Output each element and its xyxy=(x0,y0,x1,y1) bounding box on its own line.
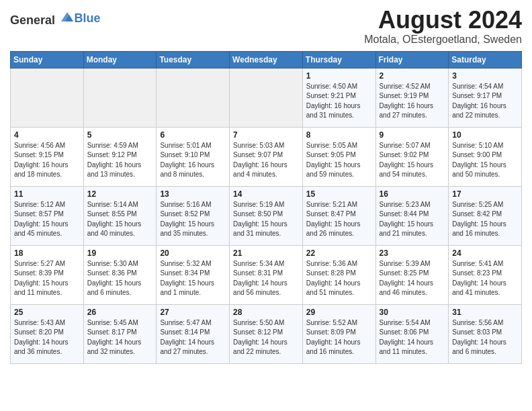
column-header-monday: Monday xyxy=(83,51,157,68)
day-info: Sunrise: 5:14 AM Sunset: 8:55 PM Dayligh… xyxy=(87,200,153,239)
day-info: Sunrise: 5:32 AM Sunset: 8:34 PM Dayligh… xyxy=(160,259,226,298)
calendar-cell: 18Sunrise: 5:27 AM Sunset: 8:39 PM Dayli… xyxy=(11,245,84,304)
calendar-week-row: 11Sunrise: 5:12 AM Sunset: 8:57 PM Dayli… xyxy=(11,186,522,245)
calendar-cell: 22Sunrise: 5:36 AM Sunset: 8:28 PM Dayli… xyxy=(302,245,375,304)
day-info: Sunrise: 5:21 AM Sunset: 8:47 PM Dayligh… xyxy=(306,200,372,239)
calendar-cell: 14Sunrise: 5:19 AM Sunset: 8:50 PM Dayli… xyxy=(230,186,303,245)
calendar-cell: 11Sunrise: 5:12 AM Sunset: 8:57 PM Dayli… xyxy=(11,186,84,245)
calendar-cell: 21Sunrise: 5:34 AM Sunset: 8:31 PM Dayli… xyxy=(230,245,303,304)
day-number: 30 xyxy=(380,308,445,317)
day-info: Sunrise: 5:36 AM Sunset: 8:28 PM Dayligh… xyxy=(306,259,372,298)
logo-text-general: General xyxy=(10,13,55,27)
day-number: 8 xyxy=(306,130,372,140)
calendar-cell xyxy=(83,68,157,127)
calendar-cell: 9Sunrise: 5:07 AM Sunset: 9:02 PM Daylig… xyxy=(375,127,449,186)
day-number: 14 xyxy=(233,189,299,199)
column-header-sunday: Sunday xyxy=(11,51,84,68)
calendar-cell: 3Sunrise: 4:54 AM Sunset: 9:17 PM Daylig… xyxy=(449,68,522,127)
calendar-cell: 6Sunrise: 5:01 AM Sunset: 9:10 PM Daylig… xyxy=(157,127,230,186)
calendar-cell: 24Sunrise: 5:41 AM Sunset: 8:23 PM Dayli… xyxy=(449,245,522,304)
day-number: 27 xyxy=(160,308,226,317)
calendar-cell: 31Sunrise: 5:56 AM Sunset: 8:03 PM Dayli… xyxy=(449,304,522,363)
column-header-saturday: Saturday xyxy=(449,51,522,68)
day-info: Sunrise: 4:52 AM Sunset: 9:19 PM Dayligh… xyxy=(380,82,445,121)
day-info: Sunrise: 5:54 AM Sunset: 8:06 PM Dayligh… xyxy=(380,318,445,357)
day-number: 17 xyxy=(452,189,518,199)
day-number: 23 xyxy=(380,248,445,258)
day-info: Sunrise: 5:27 AM Sunset: 8:39 PM Dayligh… xyxy=(14,259,80,298)
day-info: Sunrise: 5:12 AM Sunset: 8:57 PM Dayligh… xyxy=(14,200,80,239)
day-info: Sunrise: 5:34 AM Sunset: 8:31 PM Dayligh… xyxy=(233,259,299,298)
day-info: Sunrise: 5:25 AM Sunset: 8:42 PM Dayligh… xyxy=(452,200,518,239)
day-number: 21 xyxy=(233,248,299,258)
day-number: 15 xyxy=(306,189,372,199)
day-info: Sunrise: 5:30 AM Sunset: 8:36 PM Dayligh… xyxy=(87,259,153,298)
calendar-cell: 17Sunrise: 5:25 AM Sunset: 8:42 PM Dayli… xyxy=(449,186,522,245)
day-info: Sunrise: 5:47 AM Sunset: 8:14 PM Dayligh… xyxy=(160,318,226,357)
day-info: Sunrise: 5:52 AM Sunset: 8:09 PM Dayligh… xyxy=(306,318,372,357)
day-info: Sunrise: 5:19 AM Sunset: 8:50 PM Dayligh… xyxy=(233,200,299,239)
day-number: 2 xyxy=(380,71,445,81)
title-area: August 2024 Motala, OEstergoetland, Swed… xyxy=(364,7,522,46)
logo-text-blue: Blue xyxy=(75,11,101,25)
day-number: 24 xyxy=(452,248,518,258)
calendar-cell: 1Sunrise: 4:50 AM Sunset: 9:21 PM Daylig… xyxy=(302,68,375,127)
day-info: Sunrise: 5:39 AM Sunset: 8:25 PM Dayligh… xyxy=(380,259,445,298)
calendar-cell: 7Sunrise: 5:03 AM Sunset: 9:07 PM Daylig… xyxy=(230,127,303,186)
day-number: 10 xyxy=(452,130,518,140)
calendar-cell xyxy=(230,68,303,127)
day-number: 9 xyxy=(380,130,445,140)
column-header-thursday: Thursday xyxy=(302,51,375,68)
column-header-tuesday: Tuesday xyxy=(157,51,230,68)
subtitle: Motala, OEstergoetland, Sweden xyxy=(364,34,522,46)
day-info: Sunrise: 5:16 AM Sunset: 8:52 PM Dayligh… xyxy=(160,200,226,239)
logo: General Blue xyxy=(10,9,101,28)
calendar-cell: 5Sunrise: 4:59 AM Sunset: 9:12 PM Daylig… xyxy=(83,127,157,186)
main-title: August 2024 xyxy=(364,7,522,34)
day-number: 6 xyxy=(160,130,226,140)
day-number: 16 xyxy=(380,189,445,199)
day-number: 5 xyxy=(87,130,153,140)
calendar-cell: 29Sunrise: 5:52 AM Sunset: 8:09 PM Dayli… xyxy=(302,304,375,363)
calendar-cell: 10Sunrise: 5:10 AM Sunset: 9:00 PM Dayli… xyxy=(449,127,522,186)
day-number: 20 xyxy=(160,248,226,258)
day-number: 4 xyxy=(14,130,80,140)
header: General Blue August 2024 Motala, OEsterg… xyxy=(10,7,522,46)
day-info: Sunrise: 5:50 AM Sunset: 8:12 PM Dayligh… xyxy=(233,318,299,357)
calendar-header-row: SundayMondayTuesdayWednesdayThursdayFrid… xyxy=(11,51,522,68)
day-info: Sunrise: 5:07 AM Sunset: 9:02 PM Dayligh… xyxy=(380,141,445,180)
day-info: Sunrise: 4:54 AM Sunset: 9:17 PM Dayligh… xyxy=(452,82,518,121)
day-number: 11 xyxy=(14,189,80,199)
day-number: 28 xyxy=(233,308,299,317)
calendar-cell: 26Sunrise: 5:45 AM Sunset: 8:17 PM Dayli… xyxy=(83,304,157,363)
day-number: 1 xyxy=(306,71,372,81)
day-number: 22 xyxy=(306,248,372,258)
day-info: Sunrise: 5:43 AM Sunset: 8:20 PM Dayligh… xyxy=(14,318,80,357)
day-info: Sunrise: 4:56 AM Sunset: 9:15 PM Dayligh… xyxy=(14,141,80,180)
logo-icon xyxy=(60,9,75,24)
day-number: 25 xyxy=(14,308,80,317)
day-info: Sunrise: 5:03 AM Sunset: 9:07 PM Dayligh… xyxy=(233,141,299,180)
day-number: 18 xyxy=(14,248,80,258)
day-number: 31 xyxy=(452,308,518,317)
day-info: Sunrise: 4:59 AM Sunset: 9:12 PM Dayligh… xyxy=(87,141,153,180)
calendar-cell: 19Sunrise: 5:30 AM Sunset: 8:36 PM Dayli… xyxy=(83,245,157,304)
day-number: 7 xyxy=(233,130,299,140)
calendar-week-row: 18Sunrise: 5:27 AM Sunset: 8:39 PM Dayli… xyxy=(11,245,522,304)
day-info: Sunrise: 5:10 AM Sunset: 9:00 PM Dayligh… xyxy=(452,141,518,180)
day-info: Sunrise: 5:05 AM Sunset: 9:05 PM Dayligh… xyxy=(306,141,372,180)
calendar-cell: 28Sunrise: 5:50 AM Sunset: 8:12 PM Dayli… xyxy=(230,304,303,363)
calendar-cell: 30Sunrise: 5:54 AM Sunset: 8:06 PM Dayli… xyxy=(375,304,449,363)
calendar-cell: 4Sunrise: 4:56 AM Sunset: 9:15 PM Daylig… xyxy=(11,127,84,186)
day-number: 3 xyxy=(452,71,518,81)
calendar-cell xyxy=(157,68,230,127)
calendar-cell: 8Sunrise: 5:05 AM Sunset: 9:05 PM Daylig… xyxy=(302,127,375,186)
calendar-cell: 25Sunrise: 5:43 AM Sunset: 8:20 PM Dayli… xyxy=(11,304,84,363)
calendar-week-row: 1Sunrise: 4:50 AM Sunset: 9:21 PM Daylig… xyxy=(11,68,522,127)
calendar-table: SundayMondayTuesdayWednesdayThursdayFrid… xyxy=(10,51,522,364)
calendar-cell: 16Sunrise: 5:23 AM Sunset: 8:44 PM Dayli… xyxy=(375,186,449,245)
calendar-cell: 13Sunrise: 5:16 AM Sunset: 8:52 PM Dayli… xyxy=(157,186,230,245)
calendar-cell: 2Sunrise: 4:52 AM Sunset: 9:19 PM Daylig… xyxy=(375,68,449,127)
calendar-week-row: 4Sunrise: 4:56 AM Sunset: 9:15 PM Daylig… xyxy=(11,127,522,186)
column-header-wednesday: Wednesday xyxy=(230,51,303,68)
